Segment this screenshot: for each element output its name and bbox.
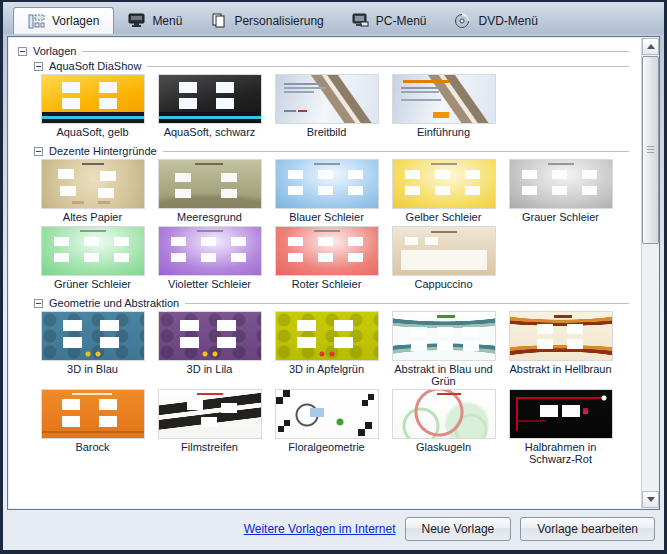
template-thumbnail[interactable] [276, 390, 378, 438]
template-label: Filmstreifen [181, 441, 238, 454]
template-item[interactable]: Filmstreifen [151, 390, 268, 454]
disc-icon [454, 13, 471, 28]
template-item[interactable]: Blauer Schleier [268, 160, 385, 224]
template-item[interactable]: Cappuccino [385, 227, 502, 291]
template-label: Einführung [417, 126, 470, 139]
header-rule [82, 51, 629, 52]
template-thumbnail[interactable] [393, 312, 495, 360]
template-thumbnail[interactable] [42, 160, 144, 208]
template-item[interactable]: Abstrakt in Hellbraun [502, 312, 619, 376]
template-thumbnail[interactable] [510, 390, 612, 438]
group-label: AquaSoft DiaShow [49, 60, 141, 72]
template-grid: 3D in Blau 3D in Lila 3D in Apfelgrün Ab… [18, 312, 633, 468]
template-label: AquaSoft, schwarz [164, 126, 256, 139]
new-template-button[interactable]: Neue Vorlage [405, 517, 512, 541]
footer-bar: Weitere Vorlagen im Internet Neue Vorlag… [3, 510, 664, 550]
template-label: Abstrakt in Hellbraun [509, 363, 611, 376]
more-templates-link[interactable]: Weitere Vorlagen im Internet [244, 522, 396, 536]
template-thumbnail[interactable] [159, 390, 261, 438]
header-rule [185, 303, 629, 304]
template-item[interactable]: 3D in Blau [34, 312, 151, 376]
scroll-up-button[interactable] [642, 38, 659, 55]
template-thumbnail[interactable] [42, 227, 144, 275]
template-thumbnail[interactable] [393, 75, 495, 123]
template-item[interactable]: 3D in Apfelgrün [268, 312, 385, 376]
arrow-down-icon [647, 497, 655, 502]
group-label: Geometrie und Abstraktion [49, 297, 179, 309]
template-label: Barock [75, 441, 109, 454]
template-label: Violetter Schleier [168, 278, 251, 291]
template-item[interactable]: AquaSoft, schwarz [151, 75, 268, 139]
header-rule [147, 66, 629, 67]
template-label: 3D in Blau [67, 363, 118, 376]
template-item[interactable]: Breitbild [268, 75, 385, 139]
template-item[interactable]: Grauer Schleier [502, 160, 619, 224]
edit-template-button[interactable]: Vorlage bearbeiten [520, 517, 655, 541]
vertical-scrollbar[interactable] [641, 38, 658, 508]
template-thumbnail[interactable] [42, 312, 144, 360]
template-label: Breitbild [307, 126, 347, 139]
collapse-icon[interactable] [34, 299, 43, 308]
template-thumbnail[interactable] [510, 312, 612, 360]
template-label: 3D in Apfelgrün [289, 363, 364, 376]
template-thumbnail[interactable] [393, 227, 495, 275]
template-item[interactable]: Grüner Schleier [34, 227, 151, 291]
template-item[interactable]: Meeresgrund [151, 160, 268, 224]
template-thumbnail[interactable] [393, 390, 495, 438]
scrollbar-grip-icon [647, 146, 654, 153]
template-item[interactable]: Gelber Schleier [385, 160, 502, 224]
tab-bar: Vorlagen Menü Personalisierung PC-Menü D… [3, 2, 664, 34]
template-item[interactable]: Halbrahmen in Schwarz-Rot [502, 390, 619, 465]
collapse-icon[interactable] [34, 147, 43, 156]
template-item[interactable]: Glaskugeln [385, 390, 502, 454]
collapse-icon[interactable] [34, 62, 43, 71]
template-item[interactable]: Einführung [385, 75, 502, 139]
main-area: Vorlagen AquaSoft DiaShow AquaSoft, gelb… [3, 34, 664, 550]
template-thumbnail[interactable] [159, 312, 261, 360]
template-item[interactable]: 3D in Lila [151, 312, 268, 376]
template-thumbnail[interactable] [276, 75, 378, 123]
header-rule [163, 151, 629, 152]
template-thumbnail[interactable] [159, 227, 261, 275]
tab-dvd-menu[interactable]: DVD-Menü [440, 7, 551, 34]
group-header-geometrie-und-abstraktion: Geometrie und Abstraktion [18, 297, 633, 309]
tab-menu[interactable]: Menü [114, 7, 196, 34]
collapse-icon[interactable] [18, 47, 27, 56]
template-item[interactable]: Floralgeometrie [268, 390, 385, 454]
template-item[interactable]: Barock [34, 390, 151, 454]
template-label: Blauer Schleier [289, 211, 364, 224]
template-item[interactable]: Altes Papier [34, 160, 151, 224]
template-thumbnail[interactable] [159, 160, 261, 208]
arrow-up-icon [647, 44, 655, 49]
template-item[interactable]: Abstrakt in Blau und Grün [385, 312, 502, 387]
tab-personalisierung[interactable]: Personalisierung [196, 7, 337, 34]
template-thumbnail[interactable] [42, 75, 144, 123]
scroll-down-button[interactable] [642, 491, 659, 508]
group-label: Vorlagen [33, 45, 76, 57]
template-thumbnail[interactable] [42, 390, 144, 438]
templates-window: Vorlagen Menü Personalisierung PC-Menü D… [0, 0, 667, 554]
template-item[interactable]: Violetter Schleier [151, 227, 268, 291]
template-item[interactable]: Roter Schleier [268, 227, 385, 291]
template-label: Floralgeometrie [288, 441, 364, 454]
template-icon [28, 14, 45, 29]
template-thumbnail[interactable] [159, 75, 261, 123]
monitor-icon [128, 13, 145, 28]
template-item[interactable]: AquaSoft, gelb [34, 75, 151, 139]
scrollbar-thumb[interactable] [642, 56, 659, 244]
tab-pc-menu[interactable]: PC-Menü [338, 7, 441, 34]
template-thumbnail[interactable] [510, 160, 612, 208]
template-thumbnail[interactable] [276, 160, 378, 208]
group-label: Dezente Hintergründe [49, 145, 157, 157]
template-thumbnail[interactable] [276, 227, 378, 275]
pages-icon [210, 13, 227, 28]
group-header-aquasoft-diashow: AquaSoft DiaShow [18, 60, 633, 72]
tab-vorlagen[interactable]: Vorlagen [13, 7, 114, 34]
template-label: AquaSoft, gelb [56, 126, 128, 139]
tab-label: PC-Menü [376, 14, 427, 28]
template-label: 3D in Lila [187, 363, 233, 376]
template-thumbnail[interactable] [276, 312, 378, 360]
template-thumbnail[interactable] [393, 160, 495, 208]
template-label: Gelber Schleier [406, 211, 482, 224]
tab-label: Personalisierung [234, 14, 323, 28]
